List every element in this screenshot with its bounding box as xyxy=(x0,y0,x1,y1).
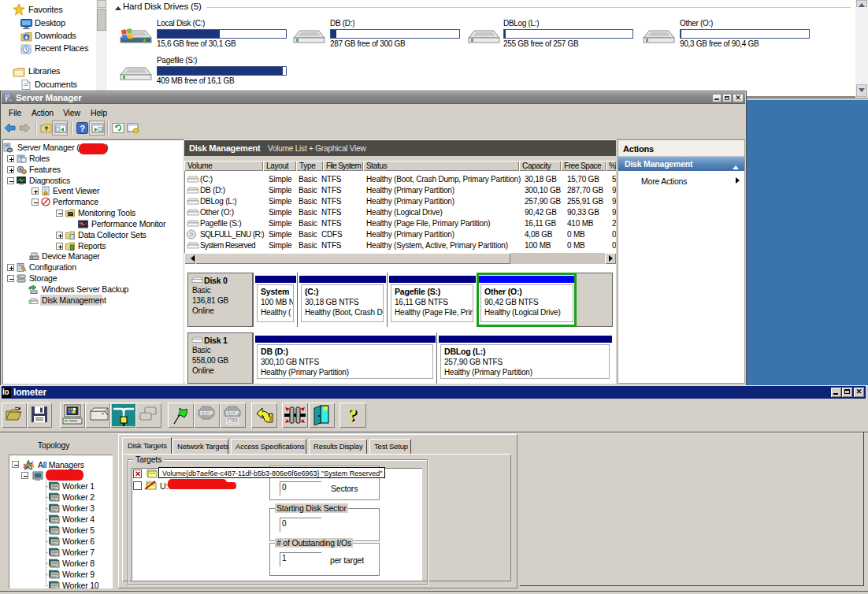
svg-text:STOP: STOP xyxy=(200,410,214,416)
svg-text:?: ? xyxy=(80,124,85,133)
svg-text:STOP: STOP xyxy=(226,410,240,416)
svg-text:?: ? xyxy=(347,405,357,425)
svg-text:ALL: ALL xyxy=(228,418,237,424)
